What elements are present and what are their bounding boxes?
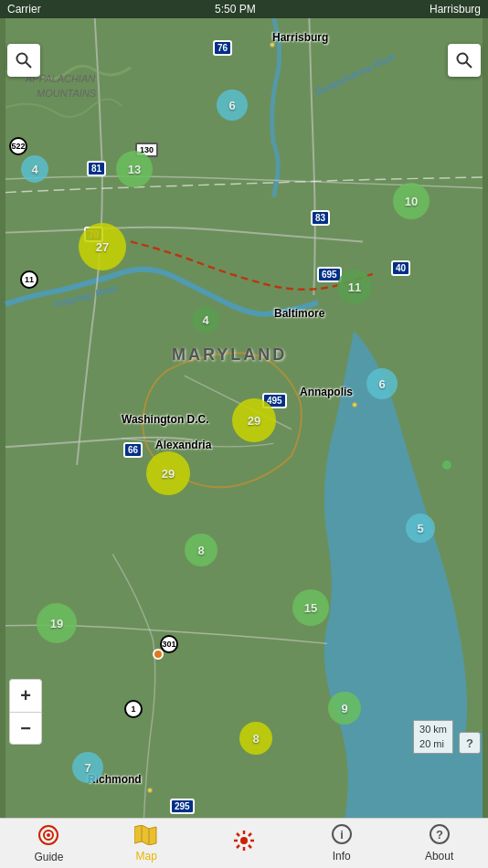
city-harrisburg: Harrisburg	[272, 31, 328, 44]
cluster-10[interactable]: 10	[393, 183, 430, 219]
search-icon-right	[455, 51, 473, 69]
cluster-29-left[interactable]: 29	[146, 451, 190, 495]
cluster-5[interactable]: 5	[406, 513, 435, 543]
cluster-6-right[interactable]: 6	[366, 368, 398, 399]
tab-guide-label: Guide	[34, 851, 63, 863]
cluster-29-right[interactable]: 29	[232, 398, 276, 442]
cluster-13[interactable]: 13	[116, 151, 153, 187]
city-annapolis: Annapolis	[300, 386, 353, 398]
cluster-27[interactable]: 27	[79, 223, 126, 270]
orange-marker	[153, 649, 164, 660]
cluster-9[interactable]: 9	[328, 692, 361, 725]
carrier-label: Carrier	[7, 3, 41, 16]
svg-line-2	[26, 62, 31, 68]
tab-about-label: About	[425, 850, 453, 863]
cluster-8-lower[interactable]: 8	[239, 722, 272, 755]
map-icon	[134, 825, 158, 848]
svg-point-7	[47, 833, 50, 837]
info-icon: i	[332, 824, 352, 848]
help-button[interactable]: ?	[459, 732, 481, 754]
cluster-15[interactable]: 15	[292, 589, 329, 626]
scale-km: 30 km	[419, 723, 447, 736]
svg-point-11	[240, 837, 248, 844]
zoom-controls: + −	[9, 679, 42, 745]
location-label: Harrisburg	[430, 3, 481, 16]
cluster-11[interactable]: 11	[337, 270, 372, 304]
region-mountains: MOUNTAINS	[37, 88, 96, 99]
svg-point-3	[458, 54, 468, 64]
highway-i11: 11	[20, 270, 38, 289]
svg-text:i: i	[340, 828, 344, 842]
highway-i76: 76	[213, 40, 232, 56]
search-button-right[interactable]	[448, 44, 481, 77]
scale-mi: 20 mi	[419, 737, 447, 751]
tab-about[interactable]: ? About	[390, 819, 488, 868]
highway-i66: 66	[123, 442, 143, 458]
highway-i1: 1	[124, 700, 143, 718]
highway-i522: 522	[9, 137, 27, 155]
zoom-in-button[interactable]: +	[9, 679, 42, 712]
svg-line-4	[466, 62, 472, 68]
svg-text:?: ?	[436, 828, 443, 842]
cluster-4-center[interactable]: 4	[192, 306, 219, 333]
tab-info[interactable]: i Info	[292, 819, 390, 868]
highway-i81: 81	[87, 161, 106, 176]
small-green-dot	[442, 460, 451, 470]
cluster-19[interactable]: 19	[37, 603, 77, 643]
cluster-7[interactable]: 7	[72, 752, 103, 783]
search-icon-left	[15, 51, 33, 69]
guide-icon	[37, 824, 59, 849]
tab-map-label: Map	[136, 850, 157, 863]
city-dot-richmond	[147, 788, 153, 793]
city-dot-harrisburg	[270, 42, 275, 48]
city-baltimore: Baltimore	[274, 307, 324, 320]
highway-i40: 40	[391, 260, 410, 276]
time-label: 5:50 PM	[215, 3, 256, 16]
cluster-8-upper[interactable]: 8	[185, 534, 217, 566]
search-button-left[interactable]	[7, 44, 40, 77]
city-washington: Washington D.C.	[122, 413, 209, 426]
svg-point-1	[17, 54, 27, 64]
svg-marker-8	[134, 825, 156, 845]
tab-settings[interactable]	[196, 819, 293, 868]
cluster-4-left[interactable]: 4	[21, 155, 48, 183]
tab-map[interactable]: Map	[98, 819, 196, 868]
highway-i295: 295	[170, 799, 195, 814]
about-icon: ?	[430, 824, 450, 848]
zoom-out-button[interactable]: −	[9, 712, 42, 745]
tab-info-label: Info	[333, 850, 351, 863]
settings-icon	[232, 829, 256, 856]
city-dot-annapolis	[352, 402, 357, 408]
cluster-6[interactable]: 6	[217, 90, 248, 121]
status-bar: Carrier 5:50 PM Harrisburg	[0, 0, 488, 18]
state-label-maryland: MARYLAND	[172, 345, 287, 365]
city-alexandria: Alexandria	[155, 439, 211, 451]
tab-guide[interactable]: Guide	[0, 819, 98, 868]
highway-i83: 83	[311, 210, 330, 226]
map-container[interactable]: Harrisburg Baltimore Annapolis Washingto…	[0, 18, 488, 818]
scale-indicator: 30 km 20 mi	[413, 720, 453, 754]
tab-bar: Guide Map	[0, 818, 488, 868]
